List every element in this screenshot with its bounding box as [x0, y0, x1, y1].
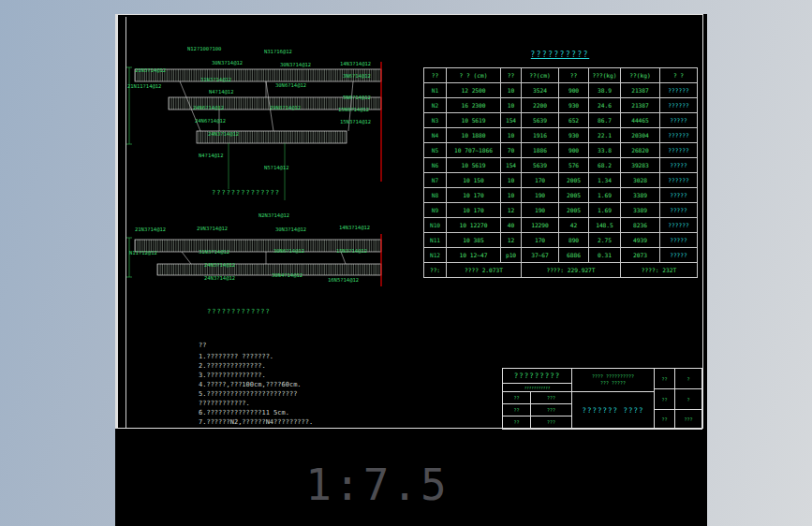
titleblock-project: ???? ?????????? ??? ????? [572, 369, 655, 392]
table-row: N910 1701219020051.693389????? [424, 203, 698, 218]
rebar-label: N31?16@12 [264, 49, 292, 54]
table-cell: 40 [501, 218, 522, 233]
table-cell: 1.69 [589, 188, 621, 203]
table-cell: 10 5619 [447, 158, 501, 173]
table-cell: 10 1880 [447, 128, 501, 143]
notes-lines: 1.???????? ???????.2.??????????????.3.??… [199, 352, 313, 427]
table-cell: ????? [660, 188, 698, 203]
table-cell: 10 [501, 188, 522, 203]
note-line: 1.???????? ???????. [199, 352, 313, 361]
table-cell: ????? [660, 203, 698, 218]
rebar-label: 15N8?14@12 [338, 107, 369, 112]
table-cell: N4 [424, 128, 447, 143]
notes-heading: ?? [199, 341, 313, 350]
cad-canvas: N12?100?100N31?16@1221N3?14@1230N3?14@12… [115, 14, 707, 526]
table-cell: 70 [501, 143, 522, 158]
table-cell: 154 [501, 158, 522, 173]
titleblock-role-2: ?? [503, 404, 531, 416]
table-cell: ?????? [660, 98, 698, 113]
rebar-table-head: ??? ? (cm)????(cm)?????(kg)??(kg)? ? [424, 68, 698, 83]
table-cell: 24.6 [589, 98, 621, 113]
rebar-table-wrap: ??? ? (cm)????(cm)?????(kg)??(kg)? ? N11… [423, 67, 697, 278]
table-cell: 20304 [621, 128, 660, 143]
table-cell: 10 150 [447, 173, 501, 188]
table-header-cell: ?? [559, 68, 589, 83]
rebar-label: 30N6?14@12 [275, 82, 306, 88]
rebar-label: 30N3?14@12 [212, 60, 243, 66]
rebar-label: 5N6?14@12 [343, 95, 371, 100]
table-cell: 1916 [522, 128, 559, 143]
table-cell: 8236 [621, 218, 660, 233]
table-cell: 10 [501, 98, 522, 113]
table-cell: 5639 [522, 113, 559, 128]
table-cell: 38.9 [589, 83, 621, 98]
titleblock-name-1: ??? [531, 392, 572, 404]
table-row: N216 230010220093024.621387?????? [424, 98, 698, 113]
note-line: 7.??????N2,??????N4?????????. [199, 417, 313, 427]
table-footer-cell: ????: 229.927T [522, 263, 621, 278]
table-cell: 39283 [621, 158, 660, 173]
table-cell: p10 [501, 248, 522, 263]
rebar-label: 24N6?14@12 [193, 105, 224, 110]
table-row: N310 5619154563965286.744465????? [424, 113, 698, 128]
titleblock-project-line1: ???? ?????????? [592, 373, 634, 380]
table-cell: 10 385 [447, 233, 501, 248]
note-line: 6.??????????????11 5cm. [199, 408, 313, 417]
table-cell: 2073 [621, 248, 660, 263]
titleblock-project-line2: ??? ????? [600, 380, 626, 387]
table-cell: N11 [424, 233, 447, 248]
rebar-label: 29N3?14@12 [197, 226, 228, 231]
rebar-table: ??? ? (cm)????(cm)?????(kg)??(kg)? ? N11… [423, 67, 698, 278]
table-cell: 12 [501, 203, 522, 218]
table-cell: 21387 [621, 98, 660, 113]
table-cell: N3 [424, 113, 447, 128]
table-row: N510 707~186670188690033.826820?????? [424, 143, 698, 158]
table-cell: 6886 [559, 248, 589, 263]
titleblock-drawing-title: ??????? ???? [572, 392, 655, 429]
table-cell: 1886 [522, 143, 559, 158]
notes: ?? 1.???????? ???????.2.??????????????.3… [199, 341, 313, 427]
title-block: ????????? ??????????? ?? ??? ?? ??? ?? ?… [502, 368, 702, 430]
table-cell: 2200 [522, 98, 559, 113]
table-cell: 42 [559, 218, 589, 233]
note-line: ????????????. [199, 399, 313, 408]
titleblock-r2-value: ? [675, 389, 701, 410]
table-cell: 12290 [522, 218, 559, 233]
rebar-label: 24N3?14@12 [204, 275, 235, 281]
rebar-label: 14N3?14@12 [340, 61, 371, 66]
table-cell: ?????? [660, 128, 698, 143]
table-cell: 68.2 [589, 158, 621, 173]
table-cell: 190 [522, 188, 559, 203]
table-cell: 652 [559, 113, 589, 128]
rebar-table-foot: ??:???? 2.073T????: 229.927T????: 232T [424, 263, 698, 278]
table-footer-cell: ???? 2.073T [447, 263, 522, 278]
drawing1-caption: ?????????????? [212, 189, 280, 197]
rebar-label: 29N8?14@12 [270, 105, 301, 110]
table-cell: 0.31 [589, 248, 621, 263]
rebar-label: 21N3?14@12 [135, 226, 166, 232]
titleblock-university: ????????? [503, 369, 572, 384]
table-cell: N6 [424, 158, 447, 173]
rebar-label: N4?14@12 [199, 153, 224, 158]
titleblock-role-1: ?? [503, 392, 531, 404]
rebar-label: N4?14@12 [209, 89, 234, 95]
table-cell: ?????? [660, 173, 698, 188]
table-cell: 900 [559, 143, 589, 158]
titleblock-role-3: ?? [503, 416, 531, 429]
rebar-label: 24N6?14@12 [195, 118, 226, 124]
rebar-label: 15N3?14@12 [340, 119, 371, 124]
table-footer-cell: ??: [424, 263, 447, 278]
rebar-label: 24N3?14@12 [204, 262, 235, 268]
drawing-frame: N12?100?100N31?16@1221N3?14@1230N3?14@12… [115, 14, 703, 429]
rebar-label: 31N3?14@12 [199, 249, 229, 255]
rebar-label: 15N3?14@12 [336, 248, 367, 254]
table-cell: 2005 [559, 203, 589, 218]
table-cell: 44465 [621, 113, 660, 128]
rebar-label: 30N3?14@12 [280, 62, 311, 67]
table-cell: 10 12~47 [447, 248, 501, 263]
table-cell: 10 707~1866 [447, 143, 501, 158]
table-cell: 10 170 [447, 188, 501, 203]
table-cell: N1 [424, 83, 447, 98]
table-cell: N8 [424, 188, 447, 203]
table-cell: N2 [424, 98, 447, 113]
